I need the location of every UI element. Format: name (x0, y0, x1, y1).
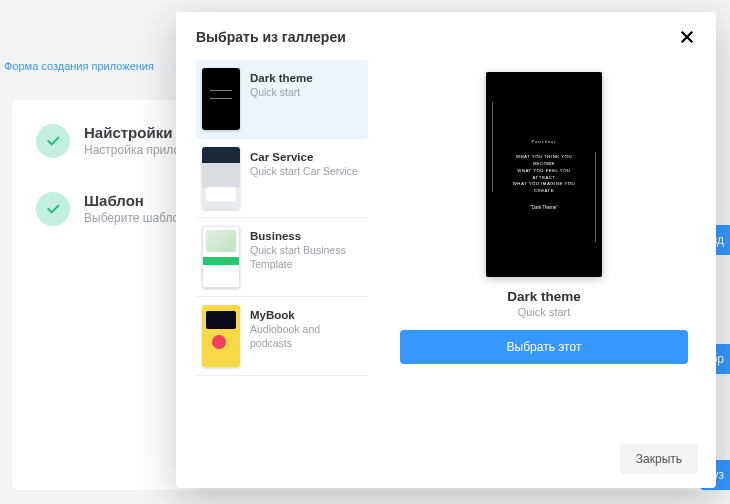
gallery-modal: Выбрать из галлереи Dark theme Quick sta… (176, 12, 716, 488)
check-icon (36, 124, 70, 158)
preview-pane: Panchout WHAT YOU THINK YOU BECOME WHAT … (386, 60, 702, 426)
preview-text: ATTRACT (513, 175, 575, 182)
item-title: MyBook (250, 309, 362, 321)
check-icon (36, 192, 70, 226)
preview-brand: Panchout (513, 139, 575, 144)
item-subtitle: Audiobook and podcasts (250, 323, 362, 350)
step-title: Шаблон (84, 192, 186, 209)
step-subtitle: Выберите шаблон (84, 211, 186, 225)
preview-title: Dark theme (507, 289, 581, 304)
modal-title: Выбрать из галлереи (196, 29, 346, 45)
gallery-item-mybook[interactable]: MyBook Audiobook and podcasts (196, 297, 368, 376)
preview-text: CREATE (513, 188, 575, 195)
breadcrumb[interactable]: Форма создания приложения (4, 60, 154, 72)
item-title: Dark theme (250, 72, 313, 84)
modal-header: Выбрать из галлереи (176, 12, 716, 60)
item-title: Car Service (250, 151, 358, 163)
item-subtitle: Quick start Car Service (250, 165, 358, 179)
preview-text: WHAT YOU FEEL YOU (513, 168, 575, 175)
item-subtitle: Quick start (250, 86, 313, 100)
thumbnail (202, 226, 240, 288)
thumbnail (202, 305, 240, 367)
preview-text: WHAT YOU IMAGINE YOU (513, 181, 575, 188)
modal-body: Dark theme Quick start Car Service Quick… (176, 60, 716, 434)
close-icon[interactable] (678, 28, 696, 46)
thumbnail (202, 147, 240, 209)
preview-subtitle: Quick start (518, 306, 571, 318)
select-button[interactable]: Выбрать этот (400, 330, 688, 364)
thumbnail (202, 68, 240, 130)
item-subtitle: Quick start Business Template (250, 244, 362, 271)
gallery-list[interactable]: Dark theme Quick start Car Service Quick… (196, 60, 374, 426)
preview-text: WHAT YOU THINK YOU (513, 154, 575, 161)
gallery-item-car-service[interactable]: Car Service Quick start Car Service (196, 139, 368, 218)
preview-image: Panchout WHAT YOU THINK YOU BECOME WHAT … (486, 72, 602, 277)
close-button[interactable]: Закрыть (620, 444, 698, 474)
preview-text: BECOME (513, 161, 575, 168)
gallery-item-business[interactable]: Business Quick start Business Template (196, 218, 368, 297)
item-title: Business (250, 230, 362, 242)
preview-author: "Dark Theme" (513, 205, 575, 210)
gallery-item-dark-theme[interactable]: Dark theme Quick start (196, 60, 368, 139)
modal-footer: Закрыть (176, 434, 716, 488)
